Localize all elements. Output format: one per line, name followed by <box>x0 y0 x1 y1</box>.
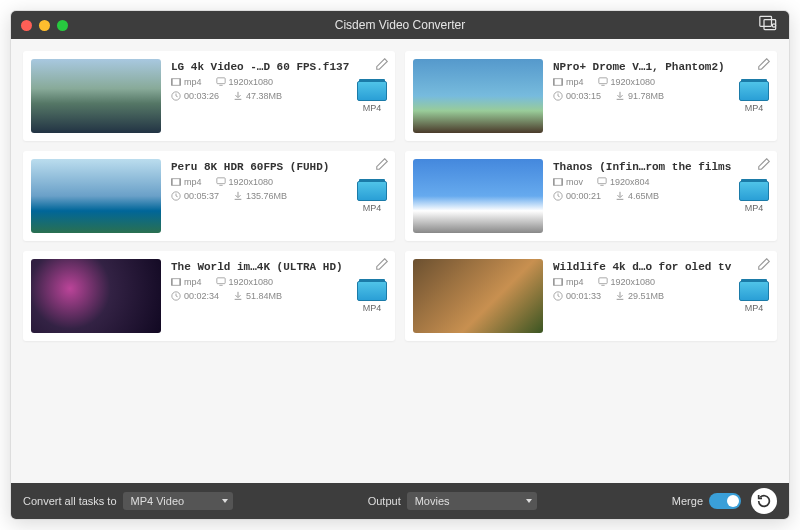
bottombar: Convert all tasks to MP4 Video Output Mo… <box>11 483 789 519</box>
output-format-button[interactable]: MP4 <box>357 181 387 213</box>
svg-rect-16 <box>171 179 173 186</box>
video-thumbnail[interactable] <box>31 59 161 133</box>
svg-rect-29 <box>179 279 181 286</box>
merge-group: Merge <box>672 493 741 509</box>
edit-icon[interactable] <box>757 57 771 75</box>
svg-rect-1 <box>764 20 776 30</box>
output-folder-group: Output Movies <box>368 492 537 510</box>
svg-rect-18 <box>216 178 224 184</box>
video-duration: 00:05:37 <box>171 191 219 201</box>
video-format: mp4 <box>553 277 584 287</box>
video-duration: 00:03:26 <box>171 91 219 101</box>
video-size: 91.78MB <box>615 91 664 101</box>
svg-point-2 <box>772 24 775 27</box>
output-format-button[interactable]: MP4 <box>739 281 769 313</box>
film-strip-icon <box>357 281 387 301</box>
media-library-button[interactable] <box>759 15 779 35</box>
traffic-lights <box>21 20 68 31</box>
film-strip-icon <box>739 181 769 201</box>
svg-rect-4 <box>171 79 173 86</box>
video-resolution: 1920x1080 <box>598 77 656 87</box>
video-info: Peru 8K HDR 60FPS (FUHD) mp4 1920x1080 0… <box>171 159 387 233</box>
video-size: 29.51MB <box>615 291 664 301</box>
video-size: 47.38MB <box>233 91 282 101</box>
svg-rect-22 <box>553 179 555 186</box>
video-resolution: 1920x804 <box>597 177 650 187</box>
titlebar: Cisdem Video Converter <box>11 11 789 39</box>
video-thumbnail[interactable] <box>413 259 543 333</box>
output-format-button[interactable]: MP4 <box>739 181 769 213</box>
video-size: 135.76MB <box>233 191 287 201</box>
svg-rect-30 <box>216 278 224 284</box>
output-format-button[interactable]: MP4 <box>357 281 387 313</box>
video-thumbnail[interactable] <box>413 59 543 133</box>
svg-rect-10 <box>553 79 555 86</box>
output-format-label: MP4 <box>745 103 764 113</box>
svg-rect-6 <box>216 78 224 84</box>
video-duration: 00:03:15 <box>553 91 601 101</box>
video-format: mp4 <box>171 77 202 87</box>
output-format-label: MP4 <box>363 303 382 313</box>
video-info: Wildlife 4k d…o for oled tv mp4 1920x108… <box>553 259 769 333</box>
convert-format-select[interactable]: MP4 Video <box>123 492 233 510</box>
video-card[interactable]: The World im…4K (ULTRA HD) mp4 1920x1080… <box>23 251 395 341</box>
merge-label: Merge <box>672 495 703 507</box>
video-resolution: 1920x1080 <box>216 77 274 87</box>
video-info: LG 4k Video -…D 60 FPS.f137 mp4 1920x108… <box>171 59 387 133</box>
output-format-button[interactable]: MP4 <box>357 81 387 113</box>
video-size: 51.84MB <box>233 291 282 301</box>
video-size: 4.65MB <box>615 191 659 201</box>
video-format: mp4 <box>171 177 202 187</box>
video-thumbnail[interactable] <box>31 159 161 233</box>
video-title: Peru 8K HDR 60FPS (FUHD) <box>171 159 387 173</box>
video-card[interactable]: Peru 8K HDR 60FPS (FUHD) mp4 1920x1080 0… <box>23 151 395 241</box>
edit-icon[interactable] <box>757 257 771 275</box>
video-title: LG 4k Video -…D 60 FPS.f137 <box>171 59 387 73</box>
film-strip-icon <box>357 181 387 201</box>
svg-rect-34 <box>553 279 555 286</box>
video-card[interactable]: Wildlife 4k d…o for oled tv mp4 1920x108… <box>405 251 777 341</box>
output-format-label: MP4 <box>745 203 764 213</box>
video-info: Thanos (Infin…rom the films mov 1920x804… <box>553 159 769 233</box>
convert-format-group: Convert all tasks to MP4 Video <box>23 492 233 510</box>
svg-rect-11 <box>561 79 563 86</box>
video-resolution: 1920x1080 <box>598 277 656 287</box>
video-info: NPro+ Drome V…1, Phantom2) mp4 1920x1080… <box>553 59 769 133</box>
video-thumbnail[interactable] <box>31 259 161 333</box>
output-format-button[interactable]: MP4 <box>739 81 769 113</box>
start-convert-button[interactable] <box>751 488 777 514</box>
minimize-window-button[interactable] <box>39 20 50 31</box>
merge-toggle[interactable] <box>709 493 741 509</box>
video-card[interactable]: NPro+ Drome V…1, Phantom2) mp4 1920x1080… <box>405 51 777 141</box>
video-duration: 00:02:34 <box>171 291 219 301</box>
svg-rect-24 <box>598 178 606 184</box>
video-card[interactable]: Thanos (Infin…rom the films mov 1920x804… <box>405 151 777 241</box>
svg-rect-17 <box>179 179 181 186</box>
video-thumbnail[interactable] <box>413 159 543 233</box>
video-title: NPro+ Drome V…1, Phantom2) <box>553 59 769 73</box>
edit-icon[interactable] <box>375 57 389 75</box>
svg-rect-5 <box>179 79 181 86</box>
edit-icon[interactable] <box>375 157 389 175</box>
svg-rect-35 <box>561 279 563 286</box>
maximize-window-button[interactable] <box>57 20 68 31</box>
film-strip-icon <box>739 281 769 301</box>
svg-rect-28 <box>171 279 173 286</box>
output-format-label: MP4 <box>745 303 764 313</box>
output-format-label: MP4 <box>363 203 382 213</box>
film-strip-icon <box>357 81 387 101</box>
close-window-button[interactable] <box>21 20 32 31</box>
svg-rect-12 <box>598 78 606 84</box>
video-card[interactable]: LG 4k Video -…D 60 FPS.f137 mp4 1920x108… <box>23 51 395 141</box>
output-label: Output <box>368 495 401 507</box>
video-resolution: 1920x1080 <box>216 277 274 287</box>
svg-rect-23 <box>561 179 563 186</box>
output-format-label: MP4 <box>363 103 382 113</box>
window-title: Cisdem Video Converter <box>335 18 466 32</box>
video-list-area: LG 4k Video -…D 60 FPS.f137 mp4 1920x108… <box>11 39 789 483</box>
edit-icon[interactable] <box>375 257 389 275</box>
edit-icon[interactable] <box>757 157 771 175</box>
video-title: Thanos (Infin…rom the films <box>553 159 769 173</box>
svg-rect-36 <box>598 278 606 284</box>
output-folder-select[interactable]: Movies <box>407 492 537 510</box>
